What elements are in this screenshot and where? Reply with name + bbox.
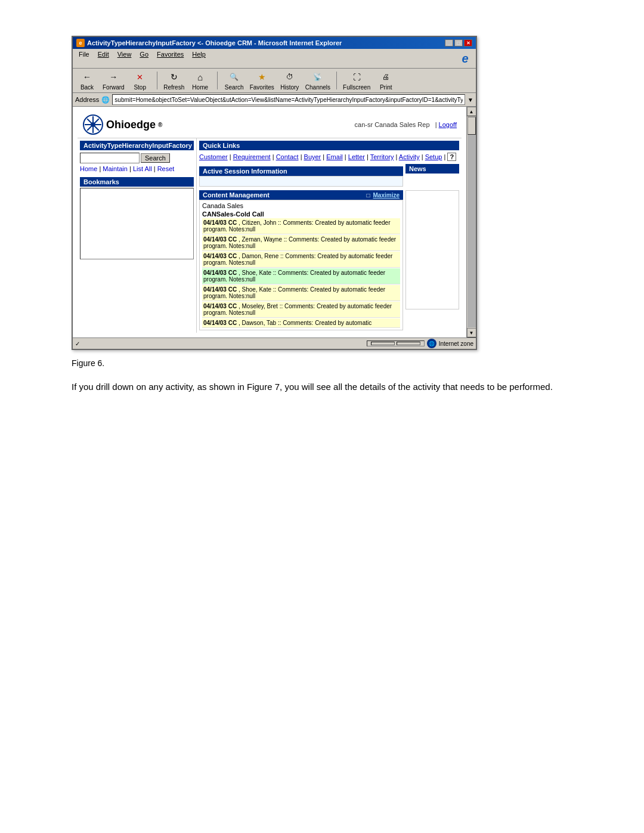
- list-item[interactable]: 04/14/03 CC , Dawson, Tab :: Comments: C…: [202, 318, 400, 328]
- stop-button[interactable]: Stop: [129, 70, 151, 91]
- item-code-1: CC: [228, 236, 237, 243]
- list-item[interactable]: 04/14/03 CC , Shoe, Kate :: Comments: Cr…: [202, 268, 400, 284]
- content-mgmt-title: Content Management □ Maximize: [199, 190, 403, 200]
- list-item[interactable]: 04/14/03 CC , Moseley, Bret :: Comments:…: [202, 302, 400, 318]
- address-dropdown-icon[interactable]: ▼: [467, 97, 473, 103]
- email-link[interactable]: Email: [326, 153, 343, 160]
- territory-link[interactable]: Territory: [370, 153, 394, 160]
- setup-link[interactable]: Setup: [425, 153, 442, 160]
- home-link[interactable]: Home: [80, 165, 97, 172]
- right-panel: Quick Links Customer | Requirement | Con…: [197, 138, 462, 333]
- zone-label: Internet zone: [439, 340, 473, 347]
- home-icon: [197, 72, 203, 82]
- buyer-link[interactable]: Buyer: [304, 153, 321, 160]
- browser-window: e ActivityTypeHierarchyInputFactory <- O…: [72, 36, 477, 350]
- quick-links-row: Customer | Requirement | Contact | Buyer…: [199, 152, 459, 162]
- print-icon: [382, 73, 389, 81]
- content-mgmt-label: Content Management: [203, 191, 270, 199]
- scroll-thumb[interactable]: [467, 117, 476, 135]
- scroll-down-button[interactable]: ▼: [467, 328, 476, 337]
- address-label: Address: [75, 96, 99, 103]
- address-icon: 🌐: [101, 96, 110, 104]
- item-date-3: 04/14/03: [203, 270, 227, 276]
- search-button[interactable]: Search: [224, 70, 245, 91]
- minimize-button[interactable]: _: [445, 39, 453, 47]
- activity-link[interactable]: Activity: [399, 153, 420, 160]
- main-content: Ohioedge® can-sr Canada Sales Rep | Logo…: [73, 107, 466, 337]
- fullscreen-label: Fullscreen: [343, 84, 370, 91]
- logoff-link[interactable]: Logoff: [439, 121, 457, 128]
- forward-label: Forward: [103, 84, 125, 91]
- list-item[interactable]: 04/14/03 CC , Shoe, Kate :: Comments: Cr…: [202, 285, 400, 301]
- search-input[interactable]: [80, 153, 140, 163]
- page-content: Ohioedge® can-sr Canada Sales Rep | Logo…: [73, 107, 476, 337]
- contact-link[interactable]: Contact: [276, 153, 299, 160]
- menu-view[interactable]: View: [114, 50, 135, 67]
- search-button-left[interactable]: Search: [141, 153, 170, 163]
- canada-sales-label: Canada Sales: [202, 202, 400, 210]
- quick-links-title: Quick Links: [199, 141, 459, 150]
- help-icon[interactable]: ?: [447, 153, 456, 161]
- fullscreen-button[interactable]: Fullscreen: [343, 70, 370, 91]
- print-button[interactable]: Print: [375, 70, 397, 91]
- news-title: News: [405, 164, 459, 174]
- search-toolbar-icon: [230, 73, 239, 81]
- item-code-2: CC: [228, 253, 237, 259]
- session-box: [199, 176, 403, 187]
- menu-file[interactable]: File: [75, 50, 93, 67]
- menu-help[interactable]: Help: [188, 50, 209, 67]
- close-button[interactable]: ✕: [464, 39, 472, 47]
- separator: |: [435, 121, 437, 128]
- menu-go[interactable]: Go: [136, 50, 152, 67]
- menu-favorites[interactable]: Favorites: [153, 50, 187, 67]
- maximize-icon: □: [366, 192, 370, 199]
- item-code-5: CC: [228, 303, 237, 309]
- cold-call-title: CANSales-Cold Call: [202, 210, 400, 218]
- bookmarks-title: Bookmarks: [80, 177, 194, 187]
- news-body: [405, 190, 459, 309]
- active-session-title: Active Session Information: [199, 166, 403, 176]
- requirement-link[interactable]: Requirement: [233, 153, 271, 160]
- scroll-track: [467, 117, 476, 327]
- address-input[interactable]: [112, 94, 465, 105]
- list-item[interactable]: 04/14/03 CC , Citizen, John :: Comments:…: [202, 218, 400, 234]
- svg-line-9: [87, 126, 91, 131]
- list-item[interactable]: 04/14/03 CC , Zeman, Wayne :: Comments: …: [202, 235, 400, 251]
- svg-line-8: [95, 119, 99, 123]
- maximize-link[interactable]: □ Maximize: [366, 191, 400, 199]
- menu-edit[interactable]: Edit: [94, 50, 113, 67]
- scroll-up-button[interactable]: ▲: [467, 107, 476, 116]
- back-button[interactable]: Back: [76, 70, 98, 91]
- item-date-4: 04/14/03: [203, 286, 227, 293]
- menu-bar: File Edit View Go Favorites Help: [73, 49, 476, 69]
- item-date-2: 04/14/03: [203, 253, 227, 259]
- reset-link[interactable]: Reset: [157, 165, 175, 172]
- item-date-1: 04/14/03: [203, 236, 227, 243]
- registered-mark: ®: [158, 122, 162, 128]
- list-all-link[interactable]: List All: [133, 165, 152, 172]
- two-column-layout: ActivityTypeHierarchyInputFactory Search…: [78, 138, 462, 333]
- home-label: Home: [192, 84, 208, 91]
- channels-button[interactable]: Channels: [305, 70, 330, 91]
- channels-label: Channels: [305, 84, 330, 91]
- session-news-row: Active Session Information News: [199, 164, 459, 189]
- favorites-icon: [258, 72, 266, 82]
- window-controls[interactable]: _ □ ✕: [445, 39, 472, 47]
- maximize-button[interactable]: □: [454, 39, 463, 47]
- customer-link[interactable]: Customer: [199, 153, 228, 160]
- letter-link[interactable]: Letter: [348, 153, 365, 160]
- favorites-button[interactable]: Favorites: [250, 70, 274, 91]
- search-toolbar-label: Search: [225, 84, 244, 91]
- item-code-3: CC: [228, 270, 237, 276]
- list-item[interactable]: 04/14/03 CC , Damon, Rene :: Comments: C…: [202, 252, 400, 268]
- news-body-area: [405, 190, 459, 330]
- refresh-button[interactable]: Refresh: [163, 70, 185, 91]
- home-button[interactable]: Home: [190, 70, 211, 91]
- scrollbar[interactable]: ▲ ▼: [466, 107, 476, 337]
- history-label: History: [280, 84, 299, 91]
- app-header: Ohioedge® can-sr Canada Sales Rep | Logo…: [78, 112, 462, 138]
- ie-logo-icon: [457, 50, 473, 67]
- forward-button[interactable]: Forward: [103, 70, 125, 91]
- history-button[interactable]: History: [279, 70, 301, 91]
- maintain-link[interactable]: Maintain: [103, 165, 128, 172]
